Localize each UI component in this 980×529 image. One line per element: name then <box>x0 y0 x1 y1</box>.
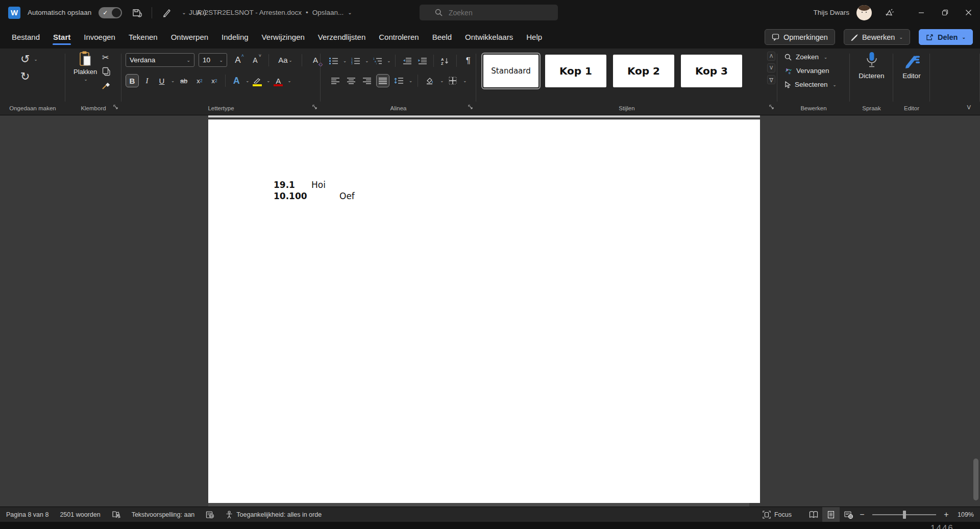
underline-button[interactable]: U <box>155 74 168 87</box>
zoom-slider[interactable] <box>872 514 936 515</box>
pen-tool-chevron-icon[interactable]: ⌄ <box>182 10 186 15</box>
tab-tekenen[interactable]: Tekenen <box>122 28 164 46</box>
proofing-status-icon[interactable] <box>112 511 120 519</box>
tab-beeld[interactable]: Beeld <box>426 28 458 46</box>
align-center-button[interactable] <box>345 74 358 87</box>
tab-invoegen[interactable]: Invoegen <box>77 28 122 46</box>
search-input[interactable] <box>449 9 546 17</box>
highlight-chevron-icon[interactable]: ⌄ <box>266 78 270 83</box>
feedback-megaphone-icon[interactable] <box>882 5 897 20</box>
bullets-button[interactable] <box>327 54 340 67</box>
highlight-button[interactable] <box>251 74 264 87</box>
underline-chevron-icon[interactable]: ⌄ <box>171 78 175 83</box>
print-layout-button[interactable] <box>822 507 840 522</box>
close-button[interactable] <box>957 0 980 25</box>
style-kop-1[interactable]: Kop 1 <box>545 55 606 87</box>
replace-button[interactable]: bc Vervangen <box>785 67 829 75</box>
document-title[interactable]: JUR-2STR2ELSNOT - Arresten.docx • Opslaa… <box>189 0 352 25</box>
justify-button[interactable] <box>376 74 389 87</box>
style-kop-3[interactable]: Kop 3 <box>681 55 742 87</box>
borders-chevron-icon[interactable]: ⌄ <box>463 78 467 83</box>
font-color-chevron-icon[interactable]: ⌄ <box>287 78 291 83</box>
save-icon[interactable] <box>129 5 144 20</box>
undo-chevron-icon[interactable]: ⌄ <box>34 57 37 62</box>
horizontal-scrollbar[interactable] <box>208 503 749 507</box>
bold-button[interactable]: B <box>126 74 139 87</box>
subscript-button[interactable]: x2 <box>193 74 206 87</box>
share-button[interactable]: Delen ⌄ <box>919 29 973 45</box>
tab-ontwerpen[interactable]: Ontwerpen <box>164 28 215 46</box>
styles-dialog-launcher[interactable] <box>769 105 774 109</box>
word-logo-icon[interactable]: W <box>8 7 20 19</box>
cut-button[interactable]: ✂ <box>102 53 109 62</box>
tab-bestand[interactable]: Bestand <box>5 28 46 46</box>
font-dialog-launcher[interactable] <box>312 105 317 109</box>
tab-controleren[interactable]: Controleren <box>372 28 425 46</box>
styles-scroll-up-button[interactable]: ᐱ <box>767 52 775 61</box>
avatar[interactable] <box>856 5 872 20</box>
strikethrough-button[interactable]: ab <box>176 74 191 87</box>
change-case-button[interactable]: Aa⌄ <box>276 54 295 67</box>
shading-button[interactable] <box>423 74 436 87</box>
redo-button[interactable]: ↻ <box>20 70 30 83</box>
styles-expand-button[interactable]: ᐯ <box>767 75 775 84</box>
shading-chevron-icon[interactable]: ⌄ <box>440 78 444 83</box>
tab-help[interactable]: Help <box>520 28 549 46</box>
zoom-in-button[interactable]: + <box>941 510 951 519</box>
numbering-chevron-icon[interactable]: ⌄ <box>365 58 369 63</box>
web-layout-button[interactable] <box>840 507 857 522</box>
tab-indeling[interactable]: Indeling <box>215 28 255 46</box>
minimize-button[interactable] <box>910 0 933 25</box>
tab-start[interactable]: Start <box>46 28 77 46</box>
text-effects-chevron-icon[interactable]: ⌄ <box>246 78 249 83</box>
tab-verzendlijsten[interactable]: Verzendlijsten <box>311 28 372 46</box>
accessibility-status[interactable]: Toegankelijkheid: alles in orde <box>226 511 322 519</box>
format-painter-button[interactable] <box>101 80 111 90</box>
font-color-button[interactable]: A <box>272 74 285 87</box>
editing-mode-button[interactable]: Bewerken ⌄ <box>844 29 910 45</box>
decrease-indent-button[interactable] <box>400 54 413 67</box>
font-size-combo[interactable]: 10⌄ <box>199 53 227 67</box>
increase-indent-button[interactable] <box>415 54 429 67</box>
clipboard-dialog-launcher[interactable] <box>113 105 118 109</box>
copy-button[interactable] <box>102 67 111 76</box>
line-spacing-chevron-icon[interactable]: ⌄ <box>409 78 412 83</box>
zoom-slider-thumb[interactable] <box>903 511 906 519</box>
doc-line-2[interactable]: 10.100Oef <box>274 191 355 201</box>
document-page[interactable]: 19.1Hoi 10.100Oef <box>208 119 760 503</box>
styles-scroll-down-button[interactable]: ᐯ <box>767 63 775 73</box>
multilevel-list-button[interactable]: 1ai <box>371 54 384 67</box>
italic-button[interactable]: I <box>140 74 154 87</box>
vertical-scrollbar-thumb[interactable] <box>973 459 978 500</box>
align-left-button[interactable] <box>329 74 342 87</box>
multilevel-chevron-icon[interactable]: ⌄ <box>387 58 390 63</box>
style-standaard[interactable]: Standaard <box>483 55 538 87</box>
search-box[interactable] <box>420 5 558 20</box>
select-button[interactable]: Selecteren ⌄ <box>785 81 837 88</box>
zoom-level[interactable]: 109% <box>951 511 980 518</box>
read-mode-button[interactable] <box>805 507 822 522</box>
restore-button[interactable] <box>933 0 957 25</box>
vertical-scrollbar[interactable] <box>973 115 979 507</box>
paragraph-dialog-launcher[interactable] <box>468 105 473 109</box>
comments-button[interactable]: Opmerkingen <box>765 29 835 45</box>
align-right-button[interactable] <box>360 74 374 87</box>
collapse-ribbon-chevron-icon[interactable]: ᐯ <box>967 104 971 111</box>
show-marks-button[interactable]: ¶ <box>461 54 475 67</box>
autosave-toggle[interactable]: ✓ <box>99 7 122 18</box>
tab-verwijzingen[interactable]: Verwijzingen <box>255 28 311 46</box>
shrink-font-button[interactable]: A˅ <box>249 54 262 67</box>
zoom-out-button[interactable]: − <box>857 510 867 519</box>
grow-font-button[interactable]: A˄ <box>231 54 244 67</box>
text-prediction-status[interactable]: Tekstvoorspelling: aan <box>132 511 195 518</box>
find-button[interactable]: Zoeken ⌄ <box>785 53 827 61</box>
doc-line-1[interactable]: 19.1Hoi <box>274 180 326 190</box>
line-spacing-button[interactable] <box>392 74 405 87</box>
font-name-combo[interactable]: Verdana⌄ <box>126 53 194 67</box>
pen-tool-icon[interactable] <box>159 5 175 20</box>
word-count[interactable]: 2501 woorden <box>60 511 100 518</box>
dictate-button[interactable]: Dicteren <box>850 52 893 80</box>
numbering-button[interactable]: 123 <box>349 54 362 67</box>
macro-recording-icon[interactable] <box>206 511 214 519</box>
paste-button[interactable]: Plakken ⌄ <box>74 51 97 82</box>
